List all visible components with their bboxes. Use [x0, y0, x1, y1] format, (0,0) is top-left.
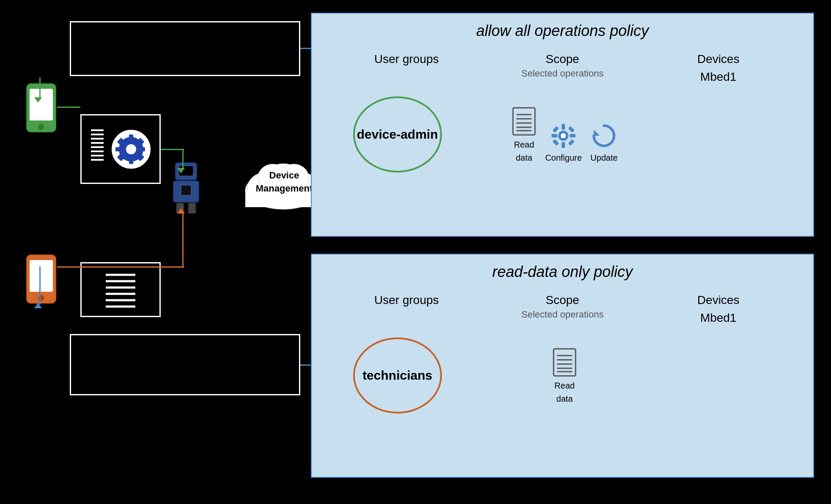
- svg-rect-29: [30, 260, 53, 292]
- svg-rect-11: [129, 134, 133, 140]
- cycle-icon-top: [590, 122, 618, 150]
- op-read-data-top: Read data: [511, 106, 537, 163]
- user-group-oval-bottom: technicians: [353, 337, 442, 414]
- policy-bottom-title: read-data only policy: [312, 255, 813, 285]
- svg-rect-58: [552, 126, 559, 133]
- col-header-user-groups-top: User groups: [349, 52, 463, 84]
- policy-panel-bottom: read-data only policy User groups Scope …: [311, 254, 814, 478]
- box-bottom-wide: [70, 334, 300, 395]
- diagram-container: Device Management allow all operations p…: [0, 0, 831, 504]
- svg-rect-57: [570, 134, 576, 137]
- op-configure-top: Configure: [545, 122, 582, 163]
- col-sub-scope-bottom: Selected operations: [505, 309, 620, 320]
- op-update-top: Update: [590, 122, 618, 163]
- svg-rect-12: [129, 158, 133, 164]
- svg-rect-60: [552, 139, 559, 146]
- svg-rect-36: [181, 185, 191, 195]
- svg-rect-26: [30, 89, 53, 121]
- svg-rect-55: [562, 142, 565, 148]
- col-header-scope-top: Scope Selected operations: [505, 52, 620, 84]
- policy-bottom-headers: User groups Scope Selected operations De…: [312, 289, 813, 329]
- phone-green: [25, 82, 57, 133]
- arrow-orange-up-head: [177, 208, 185, 214]
- col-sub-scope-top: Selected operations: [505, 68, 620, 79]
- col-header-user-groups-bottom: User groups: [349, 293, 463, 325]
- device-name-top: Mbed1: [661, 70, 776, 84]
- svg-point-53: [561, 133, 566, 138]
- operations-icons-bottom: Read data: [491, 347, 639, 404]
- svg-rect-38: [188, 203, 196, 214]
- policy-top-headers: User groups Scope Selected operations De…: [312, 48, 813, 88]
- col-header-devices-top: Devices Mbed1: [661, 52, 776, 84]
- doc-icon-read-bottom: [552, 347, 577, 378]
- policy-top-content: device-admin Read data: [312, 88, 813, 181]
- col-header-scope-bottom: Scope Selected operations: [505, 293, 620, 325]
- op-read-data-bottom: Read data: [552, 347, 577, 404]
- arrow-green-down-head: [34, 97, 42, 103]
- line-green-down-robot: [182, 149, 184, 169]
- line-green-box-robot: [161, 149, 184, 150]
- line-blue-v-left: [39, 266, 41, 304]
- arrow-green-robot-head: [177, 168, 185, 173]
- svg-rect-59: [568, 126, 575, 133]
- gear-icon-top: [550, 122, 577, 150]
- arrow-blue-down-head: [34, 303, 42, 308]
- policy-top-title: allow all operations policy: [312, 14, 813, 44]
- device-name-bottom: Mbed1: [661, 311, 776, 325]
- svg-point-27: [38, 124, 44, 130]
- line-orange-h: [57, 266, 184, 268]
- arrow-green-down-line: [39, 77, 41, 99]
- svg-rect-61: [568, 139, 575, 146]
- svg-rect-34: [186, 167, 192, 175]
- line-blue-bottom-h: [300, 364, 312, 366]
- svg-rect-56: [551, 134, 557, 137]
- svg-marker-62: [594, 130, 600, 136]
- box-middle-camera: [80, 114, 161, 184]
- svg-rect-14: [139, 147, 145, 151]
- col-header-devices-bottom: Devices Mbed1: [661, 293, 776, 325]
- policy-panel-top: allow all operations policy User groups …: [311, 13, 814, 237]
- svg-point-10: [126, 144, 136, 154]
- line-green-h: [57, 107, 80, 108]
- user-group-oval-top: device-admin: [353, 96, 442, 173]
- phone-orange: [25, 254, 57, 304]
- line-orange-up: [182, 211, 184, 266]
- operations-icons-top: Read data: [491, 106, 639, 163]
- svg-rect-54: [562, 124, 565, 130]
- box-top-wide: [70, 21, 300, 76]
- policy-bottom-content: technicians Read data: [312, 329, 813, 422]
- doc-icon-read-top: [511, 106, 537, 137]
- svg-rect-13: [115, 147, 121, 151]
- line-blue-top-h: [300, 48, 312, 49]
- box-bottom-document: [80, 262, 161, 317]
